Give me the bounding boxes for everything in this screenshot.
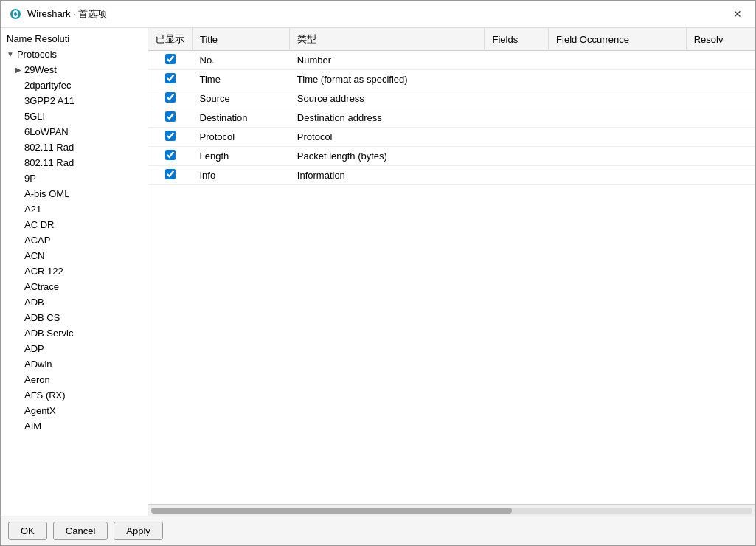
sidebar-item[interactable]: Name Resoluti xyxy=(1,31,148,46)
sidebar-item[interactable]: ADP xyxy=(1,341,148,356)
sidebar-item-label: 9P xyxy=(24,173,36,184)
col-resolve[interactable]: Resolv xyxy=(686,28,755,51)
sidebar-item-label: 5GLI xyxy=(24,111,45,122)
row-checkbox[interactable] xyxy=(165,54,176,64)
horizontal-scrollbar[interactable] xyxy=(148,504,755,516)
sidebar-item[interactable]: ADB CS xyxy=(1,310,148,325)
sidebar-item-label: ADB xyxy=(24,297,44,308)
col-type[interactable]: 类型 xyxy=(290,28,485,51)
col-title[interactable]: Title xyxy=(193,28,290,51)
sidebar-item-label: ADB Servic xyxy=(24,328,73,339)
cancel-button[interactable]: Cancel xyxy=(53,522,108,540)
row-type: Destination address xyxy=(290,108,485,128)
sidebar-item[interactable]: 9P xyxy=(1,170,148,186)
sidebar-item[interactable]: ACtrace xyxy=(1,279,148,294)
app-icon xyxy=(10,8,21,20)
sidebar-item-label: AC DR xyxy=(24,219,54,230)
sidebar-item[interactable]: 5GLI xyxy=(1,108,148,124)
sidebar-item[interactable]: A-bis OML xyxy=(1,186,148,201)
row-field-occurrence xyxy=(549,70,687,89)
row-type: Protocol xyxy=(290,128,485,147)
sidebar-item[interactable]: ▶29West xyxy=(1,62,148,77)
table-row: DestinationDestination address xyxy=(148,108,755,128)
sidebar-item-label: AIM xyxy=(24,421,41,432)
sidebar-item-label: AgentX xyxy=(24,405,56,416)
sidebar-item[interactable]: Aeron xyxy=(1,372,148,387)
sidebar-item[interactable]: ADB Servic xyxy=(1,325,148,341)
table-container: 已显示 Title 类型 Fields Field Occurrence Res… xyxy=(148,28,755,504)
main-panel: 已显示 Title 类型 Fields Field Occurrence Res… xyxy=(148,28,755,516)
row-resolve xyxy=(686,89,755,108)
sidebar-item[interactable]: ACN xyxy=(1,248,148,263)
sidebar-item-label: AFS (RX) xyxy=(24,390,66,401)
table-header: 已显示 Title 类型 Fields Field Occurrence Res… xyxy=(148,28,755,51)
sidebar-item-label: 3GPP2 A11 xyxy=(24,95,74,106)
sidebar-item-label: ADwin xyxy=(24,359,52,370)
sidebar-item-label: 802.11 Rad xyxy=(24,142,74,153)
checkbox-cell xyxy=(148,147,193,166)
row-fields xyxy=(485,128,549,147)
main-window: Wireshark · 首选项 ✕ Name Resoluti▼Protocol… xyxy=(0,0,756,546)
col-fields[interactable]: Fields xyxy=(485,28,549,51)
row-field-occurrence xyxy=(549,147,687,166)
sidebar-item[interactable]: AFS (RX) xyxy=(1,387,148,403)
row-field-occurrence xyxy=(549,89,687,108)
sidebar-item[interactable]: A21 xyxy=(1,201,148,217)
sidebar-item[interactable]: AIM xyxy=(1,418,148,434)
scrollbar-track[interactable] xyxy=(151,508,752,514)
sidebar-item[interactable]: ▼Protocols xyxy=(1,46,148,62)
chevron-icon: ▼ xyxy=(7,50,14,58)
sidebar-item[interactable]: AgentX xyxy=(1,403,148,418)
row-checkbox[interactable] xyxy=(165,111,176,122)
col-shown[interactable]: 已显示 xyxy=(148,28,193,51)
table-row: ProtocolProtocol xyxy=(148,128,755,147)
table-body: No.NumberTimeTime (format as specified)S… xyxy=(148,51,755,185)
sidebar-item-label: Protocols xyxy=(17,49,57,60)
sidebar-item[interactable]: ADB xyxy=(1,294,148,310)
sidebar-item-label: 2dparityfec xyxy=(24,80,72,91)
scrollbar-thumb[interactable] xyxy=(151,508,512,514)
sidebar-item[interactable]: 2dparityfec xyxy=(1,77,148,93)
sidebar-item-label: Name Resoluti xyxy=(7,33,69,44)
row-type: Packet length (bytes) xyxy=(290,147,485,166)
sidebar-item[interactable]: ACR 122 xyxy=(1,263,148,279)
row-checkbox[interactable] xyxy=(165,73,176,83)
content-area: Name Resoluti▼Protocols▶29West2dparityfe… xyxy=(1,28,755,516)
sidebar-item-label: 6LoWPAN xyxy=(24,126,69,137)
sidebar-item[interactable]: 6LoWPAN xyxy=(1,124,148,139)
checkbox-cell xyxy=(148,89,193,108)
sidebar-item[interactable]: ACAP xyxy=(1,232,148,248)
apply-button[interactable]: Apply xyxy=(114,522,163,540)
ok-button[interactable]: OK xyxy=(8,522,47,540)
row-checkbox[interactable] xyxy=(165,131,176,141)
bottom-bar: OK Cancel Apply xyxy=(1,516,755,545)
row-title: Protocol xyxy=(193,128,290,147)
close-button[interactable]: ✕ xyxy=(729,7,746,21)
row-checkbox[interactable] xyxy=(165,92,176,103)
table-row: InfoInformation xyxy=(148,166,755,185)
sidebar-item-label: 802.11 Rad xyxy=(24,157,74,168)
row-checkbox[interactable] xyxy=(165,169,176,179)
row-title: Time xyxy=(193,70,290,89)
sidebar-item-label: ADP xyxy=(24,343,44,354)
sidebar-item[interactable]: 802.11 Rad xyxy=(1,155,148,170)
row-field-occurrence xyxy=(549,51,687,70)
sidebar-item-label: Aeron xyxy=(24,374,50,385)
sidebar-item[interactable]: ADwin xyxy=(1,356,148,372)
svg-point-2 xyxy=(14,12,17,16)
checkbox-cell xyxy=(148,70,193,89)
chevron-icon: ▶ xyxy=(15,66,21,74)
row-title: Source xyxy=(193,89,290,108)
sidebar-item[interactable]: AC DR xyxy=(1,217,148,232)
columns-table: 已显示 Title 类型 Fields Field Occurrence Res… xyxy=(148,28,755,185)
table-row: SourceSource address xyxy=(148,89,755,108)
row-checkbox[interactable] xyxy=(165,150,176,160)
sidebar-item[interactable]: 802.11 Rad xyxy=(1,139,148,155)
row-fields xyxy=(485,51,549,70)
row-fields xyxy=(485,147,549,166)
sidebar-item[interactable]: 3GPP2 A11 xyxy=(1,93,148,108)
checkbox-cell xyxy=(148,51,193,70)
row-type: Source address xyxy=(290,89,485,108)
row-resolve xyxy=(686,166,755,185)
col-field-occurrence[interactable]: Field Occurrence xyxy=(549,28,687,51)
